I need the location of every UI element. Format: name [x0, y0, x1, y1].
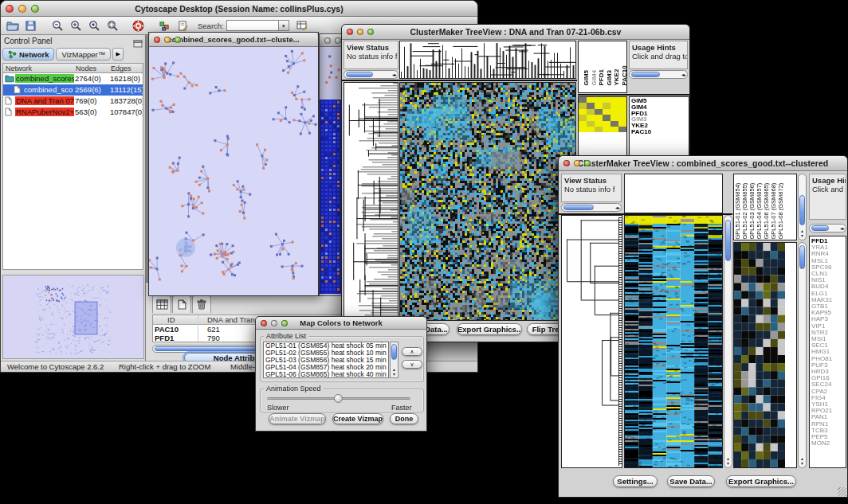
save-icon[interactable] [22, 18, 39, 33]
zoom-heatmap-panel[interactable] [733, 242, 797, 468]
col-network[interactable]: Network [6, 64, 32, 72]
matrix-cell[interactable] [610, 127, 618, 132]
matrix-cell[interactable] [610, 115, 618, 120]
network-list-row[interactable]: RNAPuberNov2+563(0)107847(0) [3, 107, 143, 118]
birdseye-view-canvas[interactable] [3, 275, 143, 358]
column-dendrogram-canvas[interactable] [400, 41, 575, 78]
button-export-graphics[interactable]: Export Graphics... [457, 323, 522, 335]
matrix-cell[interactable] [595, 103, 603, 108]
tab-vizmapper[interactable]: VizMapper™ [56, 48, 111, 61]
zoom-heatmap-canvas[interactable] [734, 243, 785, 467]
global-heatmap-panel[interactable] [399, 82, 576, 321]
zoom-button[interactable] [175, 37, 181, 43]
matrix-cell[interactable] [595, 127, 603, 132]
matrix-cell[interactable] [618, 121, 626, 127]
matrix-cell[interactable] [618, 109, 626, 115]
matrix-cell[interactable] [587, 115, 595, 120]
button-create-vizmap[interactable]: Create Vizmap [332, 413, 383, 424]
background-window-titlebar[interactable] [320, 34, 344, 47]
minimize-button[interactable] [335, 37, 341, 44]
scrollbar-thumb[interactable] [799, 195, 805, 225]
speed-slider-thumb[interactable] [334, 394, 343, 403]
trash-tab-button[interactable] [192, 295, 211, 313]
matrix-cell[interactable] [618, 103, 626, 108]
scroll-arrows[interactable]: ◂▸ [840, 226, 845, 231]
scroll-arrows[interactable]: ▴▾ [391, 367, 398, 377]
scrollbar-thumb[interactable] [725, 220, 731, 261]
row-dendrogram-panel[interactable] [344, 82, 398, 321]
close-button[interactable] [324, 37, 331, 44]
row-dendrogram-canvas[interactable] [562, 216, 622, 467]
network-list-row[interactable]: combined_sco2569(6)13112(15) [3, 84, 143, 96]
matrix-cell[interactable] [587, 97, 595, 103]
scroll-arrows[interactable]: ▴▾ [724, 456, 732, 466]
scrollbar-thumb[interactable] [346, 72, 373, 77]
network-view-canvas[interactable] [149, 47, 318, 295]
matrix-cell[interactable] [603, 103, 610, 108]
help-lifering-icon[interactable] [130, 18, 147, 33]
zoom-vscrollbar[interactable]: ▴▾ [798, 242, 807, 468]
scrollbar-thumb[interactable] [811, 225, 829, 231]
close-button[interactable] [563, 160, 570, 166]
hints-hscrollbar[interactable]: ◂▸ [809, 224, 846, 232]
matrix-cell[interactable] [595, 97, 603, 103]
matrix-cell[interactable] [618, 127, 626, 132]
id-column-header[interactable]: ID [167, 315, 175, 324]
hints-hscrollbar[interactable]: ◂▸ [629, 70, 688, 79]
map-colors-dialog[interactable]: Map Colors to Network Attribute List GPL… [255, 316, 427, 432]
matrix-cell[interactable] [595, 109, 603, 115]
matrix-cell[interactable] [610, 103, 618, 108]
table-edit-icon[interactable] [294, 18, 311, 33]
treeview-window-combined[interactable]: ClusterMaker TreeView : combined_scores_… [558, 155, 848, 498]
scroll-arrows[interactable]: ◂▸ [615, 205, 620, 210]
minimize-button[interactable] [271, 320, 277, 326]
search-input[interactable] [226, 20, 279, 31]
scrollbar-thumb[interactable] [391, 344, 397, 360]
move-up-button[interactable]: ∧ [402, 347, 422, 356]
matrix-cell[interactable] [595, 115, 603, 120]
status-hscrollbar[interactable]: ◂▸ [344, 70, 398, 79]
tab-overflow-button[interactable]: ▶ [112, 48, 124, 61]
tab-network[interactable]: Network [2, 48, 54, 61]
matrix-cell[interactable] [610, 97, 618, 103]
table-tab-button[interactable] [152, 295, 171, 313]
close-button[interactable] [154, 37, 160, 43]
heatmap-vscrollbar[interactable]: ▴▾ [724, 215, 732, 468]
attribute-listbox[interactable]: GPL51-01 (GSM854) heat shock 05 minGPL51… [263, 342, 389, 378]
minimize-button[interactable] [164, 37, 171, 43]
scrollbar-thumb[interactable] [799, 245, 805, 269]
matrix-cell[interactable] [579, 115, 587, 120]
zoom-button[interactable] [367, 29, 374, 35]
scroll-arrows[interactable]: ◂▸ [392, 72, 397, 77]
minimize-button[interactable] [574, 160, 580, 166]
annotation-icon[interactable] [175, 18, 191, 33]
matrix-cell[interactable] [603, 97, 610, 103]
button-settings[interactable]: Settings... [613, 475, 658, 487]
matrix-cell[interactable] [610, 109, 618, 115]
correlation-matrix[interactable] [579, 97, 626, 133]
scroll-arrows[interactable]: ▴▾ [799, 456, 806, 466]
scroll-arrows[interactable]: ◂▸ [681, 72, 686, 77]
zoom-fit-icon[interactable] [104, 18, 120, 33]
matrix-cell[interactable] [603, 109, 610, 115]
matrix-cell[interactable] [579, 97, 587, 103]
move-down-button[interactable]: ∨ [402, 360, 422, 369]
network-list-row[interactable]: combined_scores2764(0)16218(0) [3, 73, 143, 84]
matrix-cell[interactable] [587, 127, 595, 132]
close-button[interactable] [347, 29, 353, 35]
zoom-button[interactable] [281, 320, 288, 326]
zoom-in-icon[interactable] [67, 18, 84, 33]
column-dendrogram-panel[interactable] [624, 174, 723, 213]
scrollbar-thumb[interactable] [631, 72, 660, 77]
matrix-cell[interactable] [618, 97, 626, 103]
open-folder-icon[interactable] [4, 18, 21, 33]
zoom-button[interactable] [31, 5, 39, 13]
global-heatmap-panel[interactable] [624, 215, 723, 468]
page-tab-button[interactable] [172, 295, 191, 313]
close-button[interactable] [6, 5, 14, 13]
treeview2-titlebar[interactable]: ClusterMaker TreeView : combined_scores_… [559, 156, 847, 171]
matrix-cell[interactable] [595, 121, 603, 127]
network-overview-panel[interactable] [2, 275, 144, 359]
matrix-cell[interactable] [618, 115, 626, 120]
network-list-row[interactable]: DNA and Tran 07769(0)183728(0) [3, 96, 143, 107]
